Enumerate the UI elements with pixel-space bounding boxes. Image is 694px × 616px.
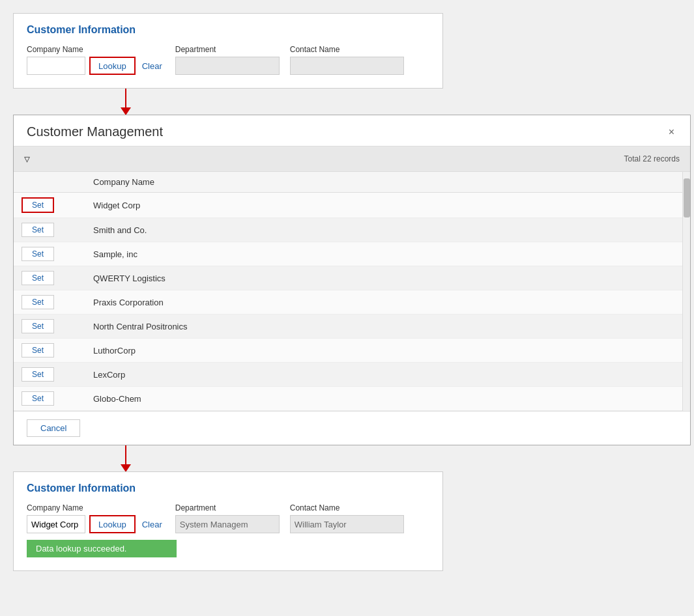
arrow-line-2: [125, 445, 126, 464]
records-count: Total 22 records: [624, 154, 680, 163]
department-input-top: [175, 57, 280, 75]
bottom-company-name-group: Company Name Lookup Clear: [27, 503, 165, 533]
department-label: Department: [175, 45, 280, 54]
set-button[interactable]: Set: [22, 295, 54, 309]
set-button[interactable]: Set: [22, 343, 54, 357]
set-cell: Set: [14, 218, 85, 242]
set-button[interactable]: Set: [22, 319, 54, 333]
company-name-group: Company Name Lookup Clear: [27, 45, 165, 75]
modal-header: Customer Management ×: [14, 115, 690, 146]
set-button[interactable]: Set: [22, 223, 54, 237]
set-cell: Set: [14, 315, 85, 339]
customer-management-modal: Customer Management × ▿ Total 22 records…: [13, 115, 691, 445]
bottom-department-group: Department: [175, 503, 280, 533]
bottom-department-label: Department: [175, 503, 280, 512]
company-name-cell: QWERTY Logistics: [85, 266, 690, 290]
top-panel-title: Customer Information: [27, 24, 429, 36]
set-button[interactable]: Set: [22, 271, 54, 285]
set-cell: Set: [14, 242, 85, 266]
company-name-cell: Widget Corp: [85, 193, 690, 218]
lookup-button-top[interactable]: Lookup: [89, 57, 136, 75]
contact-name-input-bottom: [290, 515, 404, 533]
company-name-input[interactable]: [27, 57, 85, 75]
company-name-label: Company Name: [27, 45, 165, 54]
set-button[interactable]: Set: [22, 367, 54, 382]
top-fields-row: Company Name Lookup Clear Department Con…: [27, 45, 429, 75]
table-row: SetSample, inc: [14, 242, 690, 266]
set-cell: Set: [14, 290, 85, 315]
scrollbar-thumb[interactable]: [684, 178, 690, 217]
lookup-button-bottom[interactable]: Lookup: [89, 515, 136, 533]
success-banner: Data lookup succeeded.: [27, 540, 177, 557]
company-name-cell: Globo-Chem: [85, 387, 690, 411]
modal-toolbar: ▿ Total 22 records: [14, 146, 690, 172]
arrow-line-1: [125, 88, 126, 107]
company-name-cell: Praxis Corporation: [85, 290, 690, 315]
company-name-cell: LuthorCorp: [85, 339, 690, 363]
company-name-cell: LexCorp: [85, 363, 690, 387]
table-row: SetLexCorp: [14, 363, 690, 387]
set-button[interactable]: Set: [22, 391, 54, 406]
bottom-contact-name-group: Contact Name: [290, 503, 404, 533]
set-cell: Set: [14, 193, 85, 218]
table-row: SetSmith and Co.: [14, 218, 690, 242]
set-cell: Set: [14, 363, 85, 387]
table-row: SetPraxis Corporation: [14, 290, 690, 315]
modal-table-wrapper: Company Name SetWidget CorpSetSmith and …: [14, 172, 690, 412]
contact-name-label: Contact Name: [290, 45, 404, 54]
bottom-company-name-input[interactable]: [27, 515, 85, 533]
set-button[interactable]: Set: [22, 247, 54, 261]
bottom-customer-info-panel: Customer Information Company Name Lookup…: [13, 471, 443, 571]
filter-icon[interactable]: ▿: [24, 152, 30, 166]
table-row: SetGlobo-Chem: [14, 387, 690, 411]
table-row: SetWidget Corp: [14, 193, 690, 218]
arrow-down-2: [13, 445, 131, 471]
set-button[interactable]: Set: [22, 197, 54, 213]
company-name-cell: North Central Positronics: [85, 315, 690, 339]
department-group: Department: [175, 45, 280, 75]
table-row: SetQWERTY Logistics: [14, 266, 690, 290]
set-cell: Set: [14, 266, 85, 290]
modal-title: Customer Management: [27, 124, 163, 139]
company-name-cell: Smith and Co.: [85, 218, 690, 242]
bottom-contact-name-label: Contact Name: [290, 503, 404, 512]
contact-name-input-top: [290, 57, 404, 75]
company-name-cell: Sample, inc: [85, 242, 690, 266]
bottom-panel-title: Customer Information: [27, 483, 429, 494]
bottom-fields-row: Company Name Lookup Clear Department Con…: [27, 503, 429, 533]
table-row: SetNorth Central Positronics: [14, 315, 690, 339]
table-row: SetLuthorCorp: [14, 339, 690, 363]
cancel-button[interactable]: Cancel: [27, 419, 80, 437]
modal-footer: Cancel: [14, 412, 690, 445]
modal-close-button[interactable]: ×: [666, 126, 677, 138]
set-cell: Set: [14, 339, 85, 363]
scrollbar-track[interactable]: [682, 172, 690, 411]
col-company-header: Company Name: [85, 172, 690, 193]
arrow-down-1: [13, 89, 131, 115]
clear-button-bottom[interactable]: Clear: [139, 515, 165, 533]
col-action-header: [14, 172, 85, 193]
set-cell: Set: [14, 387, 85, 411]
bottom-company-name-label: Company Name: [27, 503, 165, 512]
contact-name-group: Contact Name: [290, 45, 404, 75]
department-input-bottom: [175, 515, 280, 533]
modal-table: Company Name SetWidget CorpSetSmith and …: [14, 172, 690, 411]
clear-button-top[interactable]: Clear: [139, 57, 165, 75]
top-customer-info-panel: Customer Information Company Name Lookup…: [13, 13, 443, 89]
